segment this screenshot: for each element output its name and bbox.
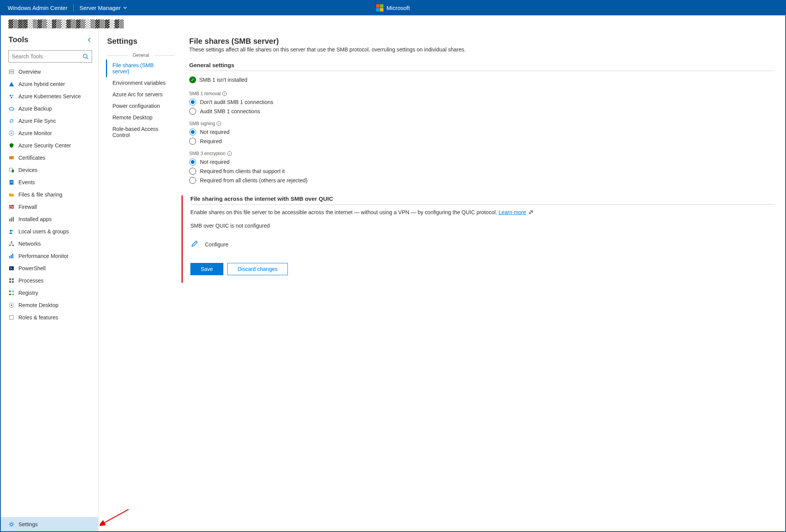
tool-label: Azure File Sync: [18, 118, 56, 124]
content-panel: File shares (SMB server) These settings …: [178, 31, 785, 531]
info-icon[interactable]: i: [216, 121, 221, 126]
tool-item-remote-desktop[interactable]: Remote Desktop: [1, 299, 98, 311]
topbar-divider: [73, 4, 74, 12]
tool-label: Settings: [18, 521, 38, 527]
roles-icon: [8, 314, 15, 321]
rdp-icon: [8, 302, 15, 308]
smb1-removal-label: SMB 1 removali: [189, 91, 774, 96]
tool-label: Remote Desktop: [18, 302, 58, 308]
svg-rect-33: [9, 294, 11, 295]
radio-signing-required[interactable]: Required: [189, 138, 774, 145]
context-label: Server Manager: [79, 5, 121, 11]
tool-label: Overview: [18, 69, 41, 75]
svg-point-0: [83, 54, 87, 58]
svg-point-37: [11, 304, 12, 306]
aks-icon: [8, 93, 15, 99]
tool-item-azure-file-sync[interactable]: Azure File Sync: [1, 115, 98, 127]
svg-rect-13: [10, 181, 13, 182]
search-input[interactable]: [12, 53, 83, 59]
settings-item-role-based-access-control[interactable]: Role-based Access Control: [107, 123, 175, 141]
svg-point-5: [11, 97, 12, 98]
info-icon[interactable]: i: [222, 91, 227, 96]
svg-rect-2: [9, 72, 14, 74]
tool-item-azure-hybrid-center[interactable]: Azure hybrid center: [1, 78, 98, 90]
settings-item-remote-desktop[interactable]: Remote Desktop: [107, 112, 175, 123]
tool-item-networks[interactable]: Networks: [1, 238, 98, 250]
svg-rect-31: [12, 281, 14, 283]
svg-rect-30: [9, 281, 11, 283]
tool-label: Azure Monitor: [18, 130, 52, 136]
save-button[interactable]: Save: [190, 263, 223, 275]
learn-more-link[interactable]: Learn more: [499, 209, 526, 215]
radio-smb1-audit[interactable]: Audit SMB 1 connections: [189, 108, 774, 115]
radio-enc-required-all[interactable]: Required from all clients (others are re…: [189, 177, 774, 184]
tool-item-azure-security-center[interactable]: Azure Security Center: [1, 139, 98, 152]
tool-label: Files & file sharing: [18, 192, 62, 198]
brand-label: Windows Admin Center: [8, 5, 68, 11]
svg-rect-34: [12, 291, 14, 292]
server-name-redacted: ▓▒▓▓░▒▓▒░▓▒░▓▒▓▒░▒▓▒▓░▓▒: [1, 15, 785, 31]
radio-enc-not-required[interactable]: Not required: [189, 159, 774, 165]
settings-group-label: General: [107, 53, 175, 58]
page-subtitle: These settings affect all file shares on…: [189, 46, 774, 53]
tool-item-processes[interactable]: Processes: [1, 274, 98, 287]
tool-item-devices[interactable]: Devices: [1, 164, 98, 176]
tool-label: Azure Security Center: [18, 142, 71, 149]
radio-smb1-dont-audit[interactable]: Don't audit SMB 1 connections: [189, 99, 774, 106]
quic-heading: File sharing across the internet with SM…: [190, 195, 774, 205]
tool-label: Registry: [18, 290, 38, 296]
firewall-icon: [8, 204, 15, 210]
tool-item-settings-pinned[interactable]: Settings: [1, 517, 98, 531]
settings-item-azure-arc-for-servers[interactable]: Azure Arc for servers: [107, 89, 175, 100]
discard-button[interactable]: Discard changes: [227, 263, 288, 275]
tool-item-powershell[interactable]: PowerShell: [1, 262, 98, 274]
svg-point-20: [12, 230, 13, 231]
tool-item-firewall[interactable]: Firewall: [1, 201, 98, 213]
settings-item-environment-variables[interactable]: Environment variables: [107, 77, 175, 89]
check-icon: ✓: [189, 76, 196, 83]
quic-description: Enable shares on this file server to be …: [190, 209, 774, 216]
tool-item-local-users-groups[interactable]: Local users & groups: [1, 225, 98, 238]
tool-item-azure-monitor[interactable]: Azure Monitor: [1, 127, 98, 139]
settings-item-file-shares-smb-server-[interactable]: File shares (SMB server): [106, 59, 175, 77]
folder-icon: [8, 192, 15, 198]
sync-icon: [8, 118, 15, 124]
tool-label: Firewall: [18, 204, 37, 210]
radio-enc-required-support[interactable]: Required from clients that support it: [189, 168, 774, 175]
tool-item-overview[interactable]: Overview: [1, 66, 98, 78]
smb-over-quic-section: File sharing across the internet with SM…: [182, 195, 774, 283]
svg-rect-24: [9, 256, 10, 258]
tool-item-registry[interactable]: Registry: [1, 287, 98, 299]
configure-button[interactable]: Configure: [190, 240, 774, 249]
external-link-icon: [528, 210, 533, 216]
logo-text: Microsoft: [386, 5, 410, 11]
pencil-icon: [190, 240, 199, 249]
settings-item-power-configuration[interactable]: Power configuration: [107, 100, 175, 112]
tool-label: Installed apps: [18, 216, 51, 222]
tool-item-azure-backup[interactable]: Azure Backup: [1, 102, 98, 115]
svg-rect-38: [10, 316, 13, 319]
tool-item-roles-features[interactable]: Roles & features: [1, 311, 98, 324]
tool-item-certificates[interactable]: Certificates: [1, 152, 98, 164]
tool-item-installed-apps[interactable]: Installed apps: [1, 213, 98, 225]
tool-label: Azure hybrid center: [18, 81, 65, 87]
microsoft-logo: Microsoft: [376, 4, 410, 12]
top-bar: Windows Admin Center Server Manager Micr…: [0, 0, 786, 15]
svg-rect-23: [12, 245, 14, 246]
search-tools-box[interactable]: [8, 50, 92, 63]
svg-rect-28: [9, 278, 11, 280]
smb1-status-row: ✓ SMB 1 isn't installed: [189, 76, 774, 83]
tool-item-performance-monitor[interactable]: Performance Monitor: [1, 250, 98, 262]
tool-item-files-file-sharing[interactable]: Files & file sharing: [1, 188, 98, 201]
tool-item-events[interactable]: Events: [1, 176, 98, 188]
svg-rect-16: [9, 219, 10, 221]
tools-list[interactable]: OverviewAzure hybrid centerAzure Kuberne…: [1, 66, 98, 517]
tool-item-azure-kubernetes-service[interactable]: Azure Kubernetes Service: [1, 90, 98, 102]
info-icon[interactable]: i: [227, 151, 232, 156]
context-dropdown[interactable]: Server Manager: [79, 5, 128, 11]
gear-icon: [8, 521, 15, 527]
settings-title: Settings: [107, 37, 175, 46]
collapse-icon[interactable]: [87, 37, 92, 43]
radio-signing-not-required[interactable]: Not required: [189, 129, 774, 135]
users-icon: [8, 228, 15, 235]
